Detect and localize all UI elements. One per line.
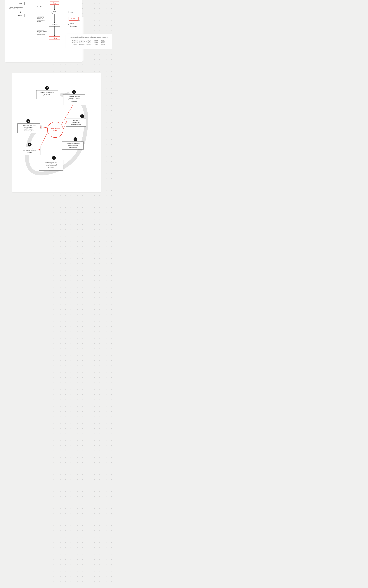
supervised-label: Supervised [79,44,84,45]
svg-text:6: 6 [28,120,29,122]
svg-text:von Subkategorien am: von Subkategorien am [23,150,36,152]
svg-text:Visualisierungen: Visualisierungen [42,95,52,97]
svg-text:mit der gleichen Haupt-: mit der gleichen Haupt- [45,163,58,165]
svg-marker-9 [68,11,69,12]
venn-assigned: Assigned [72,40,78,45]
svg-text:Initiierende Textarbeit:: Initiierende Textarbeit: [68,96,80,97]
ad-output: Output [16,14,25,17]
svg-text:Zufall, Logik): Zufall, Logik) [37,18,43,19]
svg-text:Gestalter: Gestalter [71,18,76,20]
svg-point-44 [72,40,75,43]
assigned-label: Assigned [73,44,77,45]
assistive-circles [93,40,99,43]
svg-text:Interpretierung: Interpretierung [37,29,44,31]
svg-text:Idee: Idee [53,2,56,4]
svg-text:Quellcode: Quellcode [70,24,75,26]
svg-text:und Erzeugung des: und Erzeugung des [37,32,46,33]
assigned-circles [72,40,78,43]
svg-text:Zusammenstellen aller: Zusammenstellen aller [45,161,58,163]
svg-text:Hauptkategorien: Hauptkategorien [71,123,81,125]
svg-text:7: 7 [47,87,48,89]
svg-text:Formalisierung: Formalisierung [37,16,44,17]
svg-text:Analysen,: Analysen, [44,94,50,95]
svg-marker-36 [54,35,55,36]
ad-idee: Idee [16,2,24,5]
svg-text:3: 3 [75,138,76,140]
svg-text:Quellcode: Quellcode [51,24,57,26]
svg-text:Regeln: Regeln [70,12,73,13]
svg-text:(Start-)Parameter: (Start-)Parameter [37,19,46,21]
svg-text:Output: Output [53,37,56,39]
venn-supervised: Supervised [79,40,85,45]
svg-text:Algorithmus: Algorithmus [51,12,58,14]
svg-text:Textstellen: Textstellen [48,167,54,168]
svg-text:Materials mit dem: Materials mit dem [24,126,34,128]
svg-text:Forschungs-: Forschungs- [51,128,60,129]
supervised-circles [79,40,85,43]
svg-text:kategorie codierten: kategorie codierten [46,165,57,166]
svg-text:oder Parameter: oder Parameter [70,26,77,27]
svg-point-47 [82,40,84,43]
venn-symbiotic: Symbiotic [100,40,106,45]
svg-text:thematischen: thematischen [72,122,80,123]
svg-text:Hauptkategorien: Hauptkategorien [68,146,77,148]
ad-arrow1: ↓ [9,11,32,13]
circular-flow-container: 7 Einfache und komplexe Analysen, Visual… [12,73,101,192]
venn-title: Fünf Arten der Kollaboration zwischen Me… [69,36,109,38]
svg-text:5: 5 [29,144,30,146]
svg-text:Codieren des gesamten: Codieren des gesamten [66,143,80,144]
svg-marker-18 [54,22,55,23]
flow-diagram-svg: 7 Einfache und komplexe Analysen, Visual… [16,78,97,186]
assistive-label: Assistive [94,44,98,45]
svg-text:Regel: Regel [53,11,56,12]
svg-text:Einfache und komplexe: Einfache und komplexe [41,92,54,93]
svg-text:durch den Computer: durch den Computer [37,31,47,32]
svg-marker-4 [54,9,55,10]
svg-text:Entwickeln von: Entwickeln von [72,120,80,121]
svg-text:4: 4 [54,157,55,159]
svg-line-106 [39,132,47,150]
svg-text:Textstellen, Schreiben: Textstellen, Schreiben [68,99,80,101]
svg-point-53 [102,40,105,43]
coexistent-label: Coexistent [86,44,91,45]
symbiotic-circles [100,40,106,43]
svg-text:1: 1 [74,91,75,93]
svg-text:Bildes/Simulation: Bildes/Simulation [37,34,45,35]
venn-coexistent: Coexistent [86,40,92,45]
venn-assistive: Assistive [93,40,99,45]
svg-point-45 [75,40,78,43]
svg-text:verändert: verändert [70,10,74,12]
svg-text:von Memos: von Memos [71,101,77,102]
svg-marker-22 [68,24,69,25]
svg-text:festlegen: festlegen [37,21,41,22]
svg-text:verändert: verändert [70,23,74,24]
svg-text:Markieren wichtiger: Markieren wichtiger [69,97,80,99]
ad-note: Manuell direkte UmsetzungSchritt für Sch… [9,6,32,10]
generativ-svg: Idee Abstraktion Regel Algorithmus [37,1,83,58]
symbiotic-label: Symbiotic [101,44,105,45]
svg-text:Induktives Bestimmen: Induktives Bestimmen [24,148,36,150]
svg-text:Materials mit den: Materials mit den [68,145,78,146]
svg-text:Codieren des kompletten: Codieren des kompletten [22,125,36,126]
svg-point-51 [95,40,98,43]
svg-text:2: 2 [82,116,83,117]
venn-card: Fünf Arten der Kollaboration zwischen Me… [66,34,112,49]
coexistent-circles [86,40,92,43]
svg-text:Material: Material [28,152,32,153]
svg-text:frage: frage [54,130,57,131]
svg-text:(Wiederholung,: (Wiederholung, [37,17,44,18]
svg-text:Abstraktion: Abstraktion [37,6,43,8]
venn-diagrams: Assigned Supervised Coexiste [69,40,109,45]
svg-point-49 [88,40,91,43]
svg-text:Kategoriesystem: Kategoriesystem [24,130,34,132]
svg-line-104 [63,122,66,130]
svg-text:ausdifferenzierten: ausdifferenzierten [24,128,34,130]
